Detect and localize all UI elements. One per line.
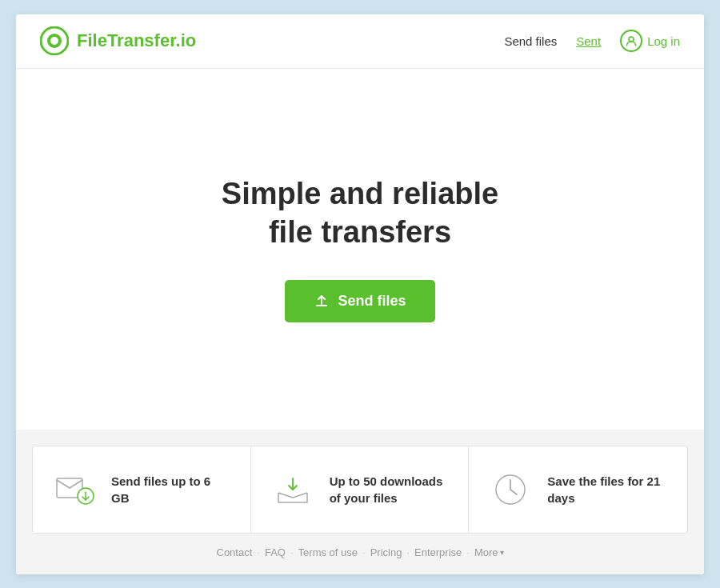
send-files-button-label: Send files: [338, 293, 406, 310]
footer-link-terms[interactable]: Terms of use: [298, 546, 358, 558]
footer-link-pricing[interactable]: Pricing: [370, 546, 402, 558]
footer-link-faq[interactable]: FAQ: [265, 546, 286, 558]
envelope-icon: [52, 467, 97, 512]
hero-title-line2: file transfers: [269, 215, 451, 249]
main-nav: Send files Sent Log in: [504, 30, 680, 52]
feature-text-downloads: Up to 50 downloads of your files: [330, 473, 450, 506]
footer-link-contact[interactable]: Contact: [217, 546, 253, 558]
svg-rect-4: [316, 305, 327, 306]
nav-login-link[interactable]: Log in: [620, 30, 680, 52]
logo-accent-text: io: [181, 30, 197, 50]
logo-icon: [40, 26, 69, 55]
hero-title: Simple and reliable file transfers: [222, 175, 498, 251]
feature-item-days: Save the files for 21 days: [469, 446, 687, 533]
feature-item-downloads: Up to 50 downloads of your files: [251, 446, 470, 533]
user-svg-icon: [626, 35, 637, 46]
footer-sep-5: ·: [466, 546, 470, 558]
logo-area: FileTransfer.io: [40, 26, 196, 55]
send-files-button[interactable]: Send files: [285, 280, 434, 322]
feature-text-days: Save the files for 21 days: [547, 473, 668, 506]
nav-sent-link[interactable]: Sent: [576, 34, 601, 48]
footer-sep-3: ·: [362, 546, 366, 558]
app-window: FileTransfer.io Send files Sent Log in S…: [16, 14, 704, 574]
feature-text-size: Send files up to 6 GB: [111, 473, 231, 506]
footer: Contact · FAQ · Terms of use · Pricing ·…: [16, 534, 704, 574]
logo-main-text: FileTransfer.: [77, 30, 181, 50]
footer-sep-4: ·: [406, 546, 410, 558]
svg-point-3: [629, 37, 634, 42]
footer-link-enterprise[interactable]: Enterprise: [414, 546, 462, 558]
logo-text: FileTransfer.io: [77, 30, 196, 51]
feature-item-size: Send files up to 6 GB: [33, 446, 251, 533]
footer-sep-1: ·: [257, 546, 260, 558]
hero-section: Simple and reliable file transfers Send …: [16, 69, 704, 430]
footer-more-label: More: [474, 546, 498, 558]
features-grid: Send files up to 6 GB Up to 50 downloads…: [32, 446, 688, 534]
clock-icon: [488, 467, 533, 512]
box-download-icon: [270, 467, 315, 512]
hero-title-line1: Simple and reliable: [222, 177, 498, 210]
nav-send-files-link[interactable]: Send files: [504, 34, 557, 48]
login-label: Log in: [647, 34, 680, 48]
user-icon: [620, 30, 642, 52]
upload-icon: [314, 294, 330, 310]
footer-sep-2: ·: [290, 546, 294, 558]
header: FileTransfer.io Send files Sent Log in: [16, 14, 704, 69]
footer-more-button[interactable]: More ▾: [474, 546, 504, 558]
features-section: Send files up to 6 GB Up to 50 downloads…: [16, 430, 704, 534]
chevron-down-icon: ▾: [500, 548, 504, 557]
svg-point-2: [50, 37, 58, 45]
